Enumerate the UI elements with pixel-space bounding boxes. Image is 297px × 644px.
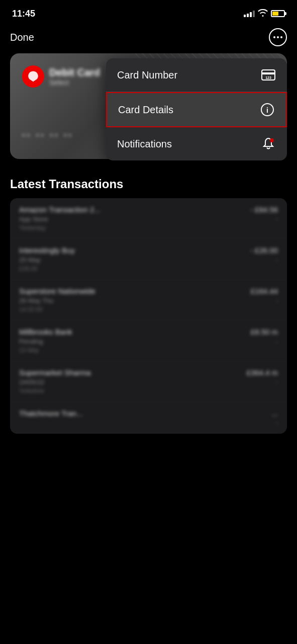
transaction-name: Interestingly Buy — [19, 246, 250, 255]
transactions-section: Latest Transactions Amazon Transaction 2… — [0, 177, 297, 434]
status-bar: 11:45 — [0, 0, 297, 25]
table-row[interactable]: Amazon Transaction 2... App Store Yester… — [10, 198, 287, 239]
transaction-name: Supermarket Sharma — [19, 368, 246, 377]
transaction-name: Superstore Nationwide — [19, 287, 251, 295]
wifi-icon — [258, 9, 268, 19]
svg-text:i: i — [266, 106, 268, 114]
svg-point-5 — [270, 138, 274, 142]
signal-bars-icon — [244, 11, 255, 17]
transaction-amount: £364.4 m — [246, 368, 278, 377]
more-dots-icon — [273, 36, 282, 38]
card-title-block: Deb⁠it Card Select — [49, 67, 100, 87]
menu-item-card-details[interactable]: Card Details i — [106, 92, 287, 127]
transaction-sub: 24/05/22 — [19, 378, 246, 386]
transaction-name: Amazon Transaction 2... — [19, 205, 250, 214]
notifications-label: Notifications — [117, 138, 172, 150]
notifications-icon — [261, 136, 276, 151]
more-options-button[interactable] — [269, 28, 287, 46]
card-details-label: Card Details — [118, 104, 173, 116]
transaction-left: Interestingly Buy 25 May £26.00 — [19, 246, 250, 272]
transaction-right: ... › — [271, 409, 278, 427]
table-row[interactable]: Superstore Nationwide 26 May Thu 14:32:0… — [10, 280, 287, 320]
transaction-sub2: Yesterday — [19, 224, 250, 231]
transactions-list: Amazon Transaction 2... App Store Yester… — [10, 198, 287, 434]
transaction-left: Superstore Nationwide 26 May Thu 14:32:0… — [19, 287, 251, 313]
card-number-icon: 123 — [261, 67, 276, 83]
santander-logo — [22, 65, 44, 88]
done-button[interactable]: Done — [10, 32, 34, 43]
card-number-label: Card Number — [117, 69, 177, 81]
svg-text:123: 123 — [265, 76, 271, 79]
card-area: Deb⁠it Card Select •• •• •• •• VISA Card… — [10, 53, 287, 159]
table-row[interactable]: Interestingly Buy 25 May £26.00 - £26.00… — [10, 239, 287, 280]
card-name: Deb⁠it Card — [49, 67, 100, 78]
transaction-sub: App Store — [19, 215, 250, 223]
transaction-sub: 26 May Thu — [19, 297, 251, 304]
transaction-sub2: 14:32:00 — [19, 306, 251, 313]
status-icons — [244, 9, 285, 19]
transaction-left: Amazon Transaction 2... App Store Yester… — [19, 205, 250, 231]
transaction-right: - £84.56 › — [250, 205, 278, 223]
card-subtype: Select — [49, 78, 100, 87]
transaction-right: - £26.00 › — [250, 246, 278, 264]
table-row[interactable]: Millbrooks Bank Pending 23 May £8.50 m › — [10, 320, 287, 361]
menu-item-notifications[interactable]: Notifications — [106, 127, 287, 160]
transaction-name: Millbrooks Bank — [19, 328, 251, 336]
transaction-amount: - £84.56 — [250, 205, 278, 214]
svg-rect-1 — [262, 72, 275, 74]
chevron-right-icon: › — [276, 297, 278, 304]
transaction-sub: Pending — [19, 338, 251, 345]
chevron-right-icon: › — [276, 420, 278, 427]
top-nav: Done — [0, 25, 297, 53]
transaction-amount: - £26.00 — [250, 246, 278, 255]
dropdown-menu: Card Number 123 Card Details i Notificat… — [106, 58, 287, 160]
battery-icon — [271, 10, 285, 17]
card-number-display: •• •• •• •• — [22, 131, 73, 140]
transaction-amount: £164.44 — [251, 287, 278, 295]
battery-fill — [272, 12, 278, 16]
transaction-sub2: £26.00 — [19, 265, 250, 272]
transaction-right: £8.50 m › — [251, 328, 278, 345]
transaction-right: £164.44 › — [251, 287, 278, 304]
table-row[interactable]: Thatchmore Tran... ... › — [10, 402, 287, 434]
menu-item-card-number[interactable]: Card Number 123 — [106, 58, 287, 92]
table-row[interactable]: Supermarket Sharma 24/05/22 Yorkshire £3… — [10, 361, 287, 402]
card-details-icon: i — [260, 102, 275, 117]
transaction-sub2: 23 May — [19, 347, 251, 354]
transaction-left: Millbrooks Bank Pending 23 May — [19, 328, 251, 354]
transaction-sub2: Yorkshire — [19, 387, 246, 394]
transaction-amount: ... — [271, 409, 278, 418]
transaction-name: Thatchmore Tran... — [19, 409, 271, 418]
transaction-amount: £8.50 m — [251, 328, 278, 336]
chevron-right-icon: › — [276, 379, 278, 386]
status-time: 11:45 — [12, 9, 35, 19]
transaction-right: £364.4 m › — [246, 368, 278, 386]
chevron-right-icon: › — [276, 257, 278, 264]
transaction-left: Thatchmore Tran... — [19, 409, 271, 421]
transactions-title: Latest Transactions — [10, 177, 287, 191]
transaction-left: Supermarket Sharma 24/05/22 Yorkshire — [19, 368, 246, 394]
transaction-sub: 25 May — [19, 256, 250, 264]
chevron-right-icon: › — [276, 216, 278, 223]
chevron-right-icon: › — [276, 338, 278, 345]
